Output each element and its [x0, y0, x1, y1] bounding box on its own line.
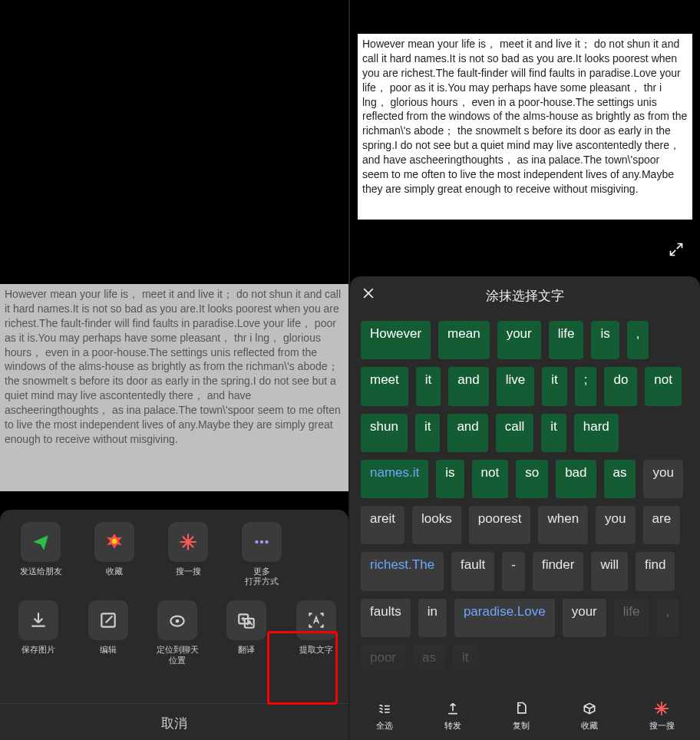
collect-icon: [581, 700, 598, 717]
share-icon: [21, 522, 61, 562]
word-chip[interactable]: poorest: [469, 506, 531, 544]
sheet-item-label: 编辑: [100, 645, 117, 655]
toolbar-item-forward[interactable]: 转发: [444, 700, 461, 732]
word-chip[interactable]: are: [643, 506, 681, 544]
word-chip[interactable]: do: [604, 367, 637, 405]
word-chip[interactable]: fault: [451, 552, 494, 590]
text-image: However mean your life is， meet it and l…: [358, 34, 692, 220]
sheet-item-label: 提取文字: [299, 645, 333, 655]
word-chip[interactable]: is: [591, 321, 619, 359]
edit-icon: [88, 600, 128, 640]
word-chip[interactable]: in: [418, 599, 447, 637]
word-chip[interactable]: your: [497, 321, 541, 359]
word-chip[interactable]: and: [448, 367, 488, 405]
favorite-icon: [94, 522, 134, 562]
sheet-item-more[interactable]: 更多 打开方式: [235, 522, 289, 586]
word-chip[interactable]: looks: [412, 506, 461, 544]
sheet-item-share[interactable]: 发送给朋友: [14, 522, 68, 586]
word-chips-area[interactable]: Howevermeanyourlifeis,meetitandliveit;do…: [350, 315, 700, 683]
sheet-item-label: 定位到聊天 位置: [157, 645, 199, 665]
svg-point-0: [112, 539, 117, 544]
toolbar-label: 搜一搜: [649, 720, 675, 732]
select-all-icon: [376, 700, 393, 717]
word-chip[interactable]: it: [416, 367, 441, 405]
word-chip[interactable]: finder: [533, 552, 584, 590]
share-sheet: 发送给朋友收藏搜一搜更多 打开方式 保存图片编辑定位到聊天 位置翻译提取文字 取…: [0, 510, 348, 740]
word-chip[interactable]: paradise.Love: [454, 599, 555, 637]
toolbar-label: 复制: [513, 720, 530, 732]
word-chip[interactable]: life: [549, 321, 584, 359]
sheet-item-ocr[interactable]: 提取文字: [292, 600, 341, 665]
word-chip[interactable]: as: [413, 645, 445, 683]
forward-icon: [444, 700, 461, 717]
sheet-item-label: 更多 打开方式: [245, 567, 279, 586]
word-chip[interactable]: hard: [574, 414, 619, 452]
word-chip[interactable]: so: [516, 460, 548, 498]
sheet-item-translate[interactable]: 翻译: [222, 600, 271, 665]
word-chip[interactable]: ,: [627, 321, 649, 359]
word-chip[interactable]: However: [361, 321, 431, 359]
word-chip[interactable]: ;: [575, 367, 597, 405]
word-chip[interactable]: and: [447, 414, 487, 452]
ocr-icon: [296, 600, 336, 640]
word-chip[interactable]: is: [436, 460, 464, 498]
word-chip[interactable]: it: [542, 367, 567, 405]
close-icon[interactable]: [361, 286, 382, 306]
word-chip[interactable]: as: [604, 460, 636, 498]
word-chip[interactable]: names.it: [361, 460, 428, 498]
sheet-title: 涂抹选择文字: [382, 287, 689, 305]
sheet-item-label: 搜一搜: [176, 567, 201, 576]
word-chip[interactable]: call: [496, 414, 534, 452]
word-chip[interactable]: not: [645, 367, 682, 405]
sheet-item-label: 翻译: [238, 645, 255, 655]
toolbar-item-copy[interactable]: 复制: [513, 700, 530, 732]
toolbar-item-select-all[interactable]: 全选: [376, 700, 393, 732]
word-chip[interactable]: it: [415, 414, 441, 452]
toolbar-label: 收藏: [581, 720, 598, 732]
word-chip[interactable]: meet: [361, 367, 408, 405]
word-chip[interactable]: find: [636, 552, 675, 590]
word-chip[interactable]: faults: [361, 599, 411, 637]
word-chip[interactable]: not: [472, 460, 509, 498]
word-chip[interactable]: you: [596, 506, 635, 544]
word-chip[interactable]: poor: [361, 645, 405, 683]
word-chip[interactable]: shun: [361, 414, 408, 452]
left-screenshot: However mean your life is， meet it and l…: [0, 0, 350, 740]
toolbar-item-collect[interactable]: 收藏: [581, 700, 598, 732]
svg-point-1: [255, 540, 258, 543]
toolbar-item-search[interactable]: 搜一搜: [649, 700, 675, 732]
svg-point-2: [260, 540, 263, 543]
copy-icon: [513, 700, 530, 717]
sheet-item-edit[interactable]: 编辑: [83, 600, 132, 665]
word-chip[interactable]: areit: [361, 506, 404, 544]
word-chip[interactable]: mean: [438, 321, 490, 359]
word-chip[interactable]: will: [591, 552, 628, 590]
sheet-item-label: 发送给朋友: [20, 567, 62, 576]
word-chip[interactable]: life: [614, 599, 649, 637]
word-chip[interactable]: -: [502, 552, 525, 590]
toolbar-label: 全选: [376, 720, 393, 732]
word-chip[interactable]: your: [563, 599, 606, 637]
sheet-item-search[interactable]: 搜一搜: [161, 522, 215, 586]
translate-icon: [226, 600, 266, 640]
cancel-button[interactable]: 取消: [0, 703, 348, 740]
word-chip[interactable]: bad: [556, 460, 596, 498]
sheet-item-download[interactable]: 保存图片: [14, 600, 63, 665]
word-chip[interactable]: you: [643, 460, 682, 498]
right-screenshot: However mean your life is， meet it and l…: [350, 0, 700, 740]
word-chip[interactable]: richest.The: [361, 552, 444, 590]
word-chip[interactable]: it: [541, 414, 566, 452]
download-icon: [18, 600, 58, 640]
text-selection-sheet: 涂抹选择文字 Howevermeanyourlifeis,meetitandli…: [350, 276, 700, 740]
sheet-item-locate[interactable]: 定位到聊天 位置: [153, 600, 202, 665]
expand-icon[interactable]: [666, 240, 686, 259]
word-chip[interactable]: live: [497, 367, 535, 405]
more-icon: [242, 522, 282, 562]
word-chip[interactable]: ,: [657, 599, 679, 637]
word-chip[interactable]: it: [453, 645, 478, 683]
search-icon: [653, 700, 670, 717]
sheet-item-favorite[interactable]: 收藏: [88, 522, 141, 586]
word-chip[interactable]: when: [538, 506, 588, 544]
sheet-item-label: 收藏: [106, 567, 123, 576]
svg-point-3: [265, 540, 268, 543]
